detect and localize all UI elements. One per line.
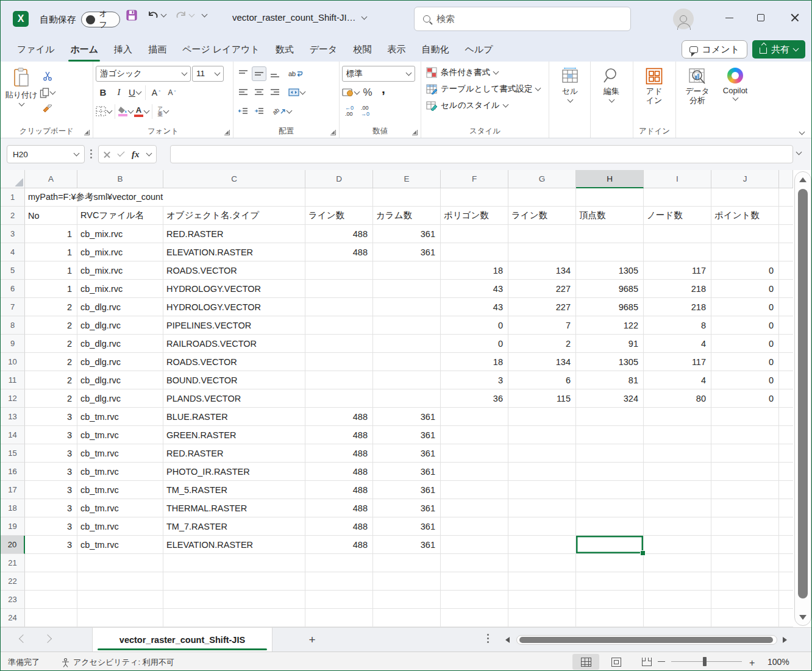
cell-B4[interactable]: cb_mix.rvc [77,243,163,261]
cell-C21[interactable] [163,554,305,572]
cell-I21[interactable] [644,554,711,572]
cell-C5[interactable]: ROADS.VECTOR [163,261,305,280]
column-header-F[interactable]: F [441,170,508,188]
column-header-G[interactable]: G [508,170,576,188]
cell-H23[interactable] [576,591,644,609]
cell-A24[interactable] [25,609,77,627]
row-header-4[interactable]: 4 [1,243,25,261]
row-header-6[interactable]: 6 [1,280,25,298]
view-normal-button[interactable] [572,654,599,670]
ribbon-tab-ホーム[interactable]: ホーム [62,37,106,62]
cell-I22[interactable] [644,572,711,591]
horizontal-scroll-thumb[interactable] [519,637,773,643]
cell-I4[interactable] [644,243,711,261]
vertical-scrollbar[interactable] [794,171,811,626]
cell-A2[interactable]: No [25,207,77,225]
cell-partial-14[interactable] [779,426,793,444]
cell-A13[interactable]: 3 [25,408,77,426]
cell-G9[interactable]: 2 [508,335,576,353]
view-page-layout-button[interactable] [603,654,630,670]
cell-J3[interactable] [711,225,779,243]
cell-partial-6[interactable] [779,280,793,298]
cell-J9[interactable]: 0 [711,335,779,353]
font-name-select[interactable]: 游ゴシック [96,66,191,82]
cell-partial-3[interactable] [779,225,793,243]
cell-I11[interactable]: 4 [644,371,711,389]
cell-A12[interactable]: 2 [25,389,77,408]
cell-E7[interactable] [373,298,441,316]
cell-F7[interactable]: 43 [441,298,508,316]
cell-B11[interactable]: cb_dlg.rvc [77,371,163,389]
cell-I8[interactable]: 8 [644,316,711,335]
autosave-toggle[interactable]: 自動保存 オフ [40,12,120,27]
cell-D4[interactable]: 488 [305,243,373,261]
cell-B17[interactable]: cb_tm.rvc [77,481,163,499]
copy-button[interactable] [40,85,55,100]
zoom-slider-track[interactable] [671,661,742,662]
percent-button[interactable]: % [360,85,375,100]
cell-A20[interactable]: 3 [25,536,77,554]
cell-G10[interactable]: 134 [508,353,576,371]
number-format-select[interactable]: 標準 [342,66,415,82]
row-header-14[interactable]: 14 [1,426,25,444]
formula-expand-icon[interactable] [796,149,802,155]
column-header-C[interactable]: C [163,170,305,188]
underline-button[interactable]: U [127,85,142,100]
cell-E19[interactable]: 361 [373,517,441,536]
cell-E15[interactable]: 361 [373,444,441,463]
cell-D23[interactable] [305,591,373,609]
column-header-B[interactable]: B [77,170,163,188]
cell-A19[interactable]: 3 [25,517,77,536]
align-middle-button[interactable] [252,66,266,81]
cell-H16[interactable] [576,463,644,481]
cell-E1[interactable] [373,188,441,207]
cell-C22[interactable] [163,572,305,591]
enter-icon[interactable] [117,149,124,157]
cell-A11[interactable]: 2 [25,371,77,389]
cell-C17[interactable]: TM_5.RASTER [163,481,305,499]
cell-B10[interactable]: cb_dlg.rvc [77,353,163,371]
cell-B2[interactable]: RVCファイル名 [77,207,163,225]
cell-C3[interactable]: RED.RASTER [163,225,305,243]
cell-D14[interactable]: 488 [305,426,373,444]
column-header-D[interactable]: D [305,170,373,188]
cell-H6[interactable]: 9685 [576,280,644,298]
cell-F16[interactable] [441,463,508,481]
cell-partial-22[interactable] [779,572,793,591]
cell-A7[interactable]: 2 [25,298,77,316]
ribbon-tab-データ[interactable]: データ [302,37,346,62]
excel-app-icon[interactable]: X [13,11,29,27]
grow-font-button[interactable]: Aˆ [149,85,163,100]
cell-D3[interactable]: 488 [305,225,373,243]
cell-partial-19[interactable] [779,517,793,536]
shrink-font-button[interactable]: Aˇ [165,85,179,100]
close-button[interactable] [781,1,809,35]
cell-D20[interactable]: 488 [305,536,373,554]
scroll-down-icon[interactable] [799,615,807,620]
ribbon-tab-挿入[interactable]: 挿入 [106,37,140,62]
hscroll-left-icon[interactable] [505,637,510,643]
cell-G23[interactable] [508,591,576,609]
cell-B5[interactable]: cb_mix.rvc [77,261,163,280]
select-all-corner[interactable] [1,170,25,188]
cell-partial-13[interactable] [779,408,793,426]
hscroll-right-icon[interactable] [783,637,787,643]
cell-F15[interactable] [441,444,508,463]
cell-D12[interactable] [305,389,373,408]
sheet-prev-icon[interactable] [19,634,27,643]
alignment-dialog-launcher[interactable] [330,130,336,135]
cell-H1[interactable] [576,188,644,207]
currency-button[interactable] [342,85,359,100]
cell-A16[interactable]: 3 [25,463,77,481]
cell-H15[interactable] [576,444,644,463]
cell-I1[interactable] [644,188,711,207]
row-header-23[interactable]: 23 [1,591,25,609]
cell-partial-18[interactable] [779,499,793,517]
cell-J13[interactable] [711,408,779,426]
paste-button[interactable]: 貼り付け [3,64,40,122]
cell-C2[interactable]: オブジェクト名.タイプ [163,207,305,225]
cancel-icon[interactable] [104,151,110,158]
zoom-percent[interactable]: 100% [767,657,789,667]
cell-H2[interactable]: 頂点数 [576,207,644,225]
cell-partial-23[interactable] [779,591,793,609]
